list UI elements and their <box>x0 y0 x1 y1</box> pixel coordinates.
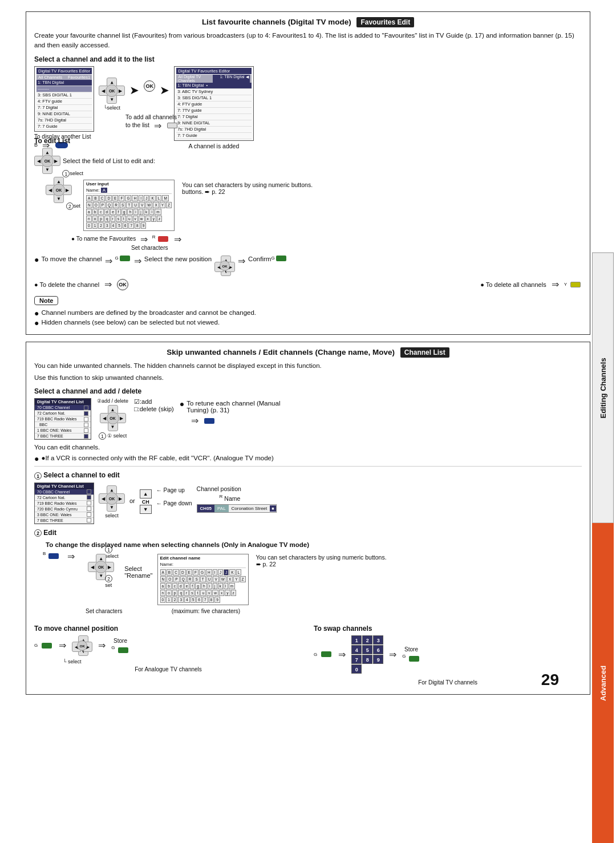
step1-row: Digital TV Channel List 70 CBBC Channel … <box>34 483 582 524</box>
dpad-name[interactable]: OK <box>46 177 72 203</box>
select-rename: Select "Rename" <box>124 565 152 579</box>
side-tab-advanced: Advanced <box>592 523 614 843</box>
fav-screen-left: Digital TV Favourites Editor All Channel… <box>34 66 94 132</box>
ok-btn-area: OK <box>144 80 155 92</box>
note-badge: Note <box>34 296 58 305</box>
ok-delete-button[interactable]: OK <box>117 279 128 290</box>
step2-section: 2 Edit To change the displayed name when… <box>34 529 582 686</box>
channel-row-2: 72 Cartoon Nat. <box>35 495 94 501</box>
ch-info-extra: ■ <box>270 505 275 512</box>
fav-row: 3: SBS DIGITAL 1 <box>37 92 92 99</box>
swap-title: To swap channels <box>314 625 582 633</box>
ch-show-title: Coronation Street <box>229 505 270 512</box>
dpad-ok[interactable]: OK <box>52 184 65 196</box>
step2-set: 2set <box>66 202 80 210</box>
green-move-btn <box>42 643 52 649</box>
select-label-move: └ select <box>63 659 302 664</box>
skip-intro-1: You can hide unwanted channels. The hidd… <box>34 361 582 371</box>
flow-arrow-2: ➤ <box>160 83 169 97</box>
yellow-btn <box>167 123 177 128</box>
fav-screen-left-header: Digital TV Favourites Editor <box>37 68 92 74</box>
store-section: Store G <box>111 638 129 654</box>
for-analogue: For Analogue TV channels <box>34 666 302 672</box>
name-label: R Name <box>220 494 277 502</box>
step2-set-2: 2set <box>105 575 114 588</box>
section-skip-title: Skip unwanted channels / Edit channels (… <box>34 348 582 356</box>
step2-btn-b: B <box>43 551 60 559</box>
add-delete-label: ②add / delete <box>97 398 128 404</box>
page-number: 29 <box>541 671 559 689</box>
dpad-ok[interactable]: OK <box>106 492 118 505</box>
blue-btn-2 <box>204 418 214 424</box>
dpad-move-pos[interactable]: OK <box>72 635 92 656</box>
dpad-edit[interactable]: OK <box>34 148 60 174</box>
dpad-ok[interactable]: OK <box>95 561 107 573</box>
set-chars-label-2: Set characters (maximum: five characters… <box>86 608 582 614</box>
edit-list-row: OK Select the field of List to edit and: <box>34 148 582 174</box>
side-tabs: Editing Channels Advanced <box>592 0 616 843</box>
note-section: Note ● Channel numbers are defined by th… <box>34 294 582 327</box>
fav-screen-right-header: Digital TV Favourites Editor <box>176 68 251 74</box>
ch-mid: PAL <box>214 505 229 512</box>
channel-row-2: 7 BBC THREE <box>35 518 94 524</box>
dpad-add-delete[interactable]: OK <box>100 405 126 431</box>
divider <box>34 466 582 467</box>
move-position-title: To move channel position <box>34 625 302 633</box>
section-skip-channels: Skip unwanted channels / Edit channels (… <box>26 342 590 695</box>
dpad-ok[interactable]: OK <box>107 412 119 424</box>
move-swap-row: To move channel position G ⇒ OK <box>34 620 582 686</box>
ok-button[interactable]: OK <box>144 80 155 92</box>
swap-store-label: Store <box>402 646 420 652</box>
numpad: 1 2 3 4 5 6 7 8 9 0 <box>351 635 383 674</box>
select-add-delete-title: Select a channel and add / delete <box>34 387 582 395</box>
channel-list-header-2: Digital TV Channel List <box>35 483 94 489</box>
green-swap-btn <box>321 651 331 657</box>
dpad-ok[interactable]: OK <box>106 84 118 97</box>
delete-channel-row: ● To delete the channel ⇒ OK ● To delete… <box>34 279 582 290</box>
fav-row: 7: 7 Guide <box>37 124 92 130</box>
keyboard-keys-5: 0123456789 <box>86 222 172 229</box>
fav-screen-right: Digital TV Favourites Editor All Digital… <box>174 66 253 141</box>
select-label-2: 1 ① select <box>97 432 128 440</box>
blue-btn-3 <box>48 553 59 559</box>
arrow-icon: ⇒ <box>154 120 161 131</box>
dpad-move[interactable]: OK <box>214 256 235 276</box>
ch-num: CH05 <box>197 505 214 512</box>
chars-by-numeric-2: You can set characters by using numeric … <box>256 554 387 568</box>
ch-info-bar: CH05 PAL Coronation Street ■ <box>197 504 277 513</box>
channel-added-label: A channel is added <box>174 143 253 149</box>
ch-up-btn[interactable]: ▲ <box>140 489 152 498</box>
dpad-ok[interactable]: OK <box>220 261 230 271</box>
select-label: └select <box>103 105 120 111</box>
flow-arrow-1: ➤ <box>129 83 139 97</box>
channel-row-2: 720 BBC Radio Cymru <box>35 506 94 512</box>
set-chars-label: Set characters <box>131 245 582 251</box>
swap-store-section: Store G <box>402 646 420 662</box>
channel-position-label: Channel position <box>197 485 277 492</box>
fav-row: 7: 7 Digital <box>37 105 92 111</box>
name-field-2: Name: <box>160 562 246 568</box>
step2-subtitle: To change the displayed name when select… <box>46 541 582 548</box>
to-edit-list-title: To edit List <box>34 137 582 145</box>
step1-section: 1 Select a channel to edit Digital TV Ch… <box>34 471 582 524</box>
select-label-text: Select <box>124 565 152 572</box>
name-field: Name: A <box>86 188 172 194</box>
channel-row: 1 BBC ONE: Wales <box>35 428 91 433</box>
fav-row: 9: NINE DIGITAL <box>37 111 92 117</box>
channel-row: 719 BBC Radio Wales <box>35 416 91 422</box>
channel-row-2: 3 BBC ONE: Wales <box>35 512 94 518</box>
set-chars-note: You can set characters by using numeric … <box>182 181 313 195</box>
naming-row: 1select OK 2set <box>46 177 582 231</box>
channel-list-header: Digital TV Channel List <box>35 399 91 405</box>
dpad-step1[interactable]: OK <box>99 485 125 512</box>
yellow-btn2 <box>570 282 581 287</box>
to-move-channel: ● To move the channel ⇒ G ⇒ Select the n… <box>34 256 582 276</box>
dpad-ok[interactable]: OK <box>77 641 87 651</box>
dpad-nav[interactable]: OK <box>99 78 125 104</box>
channel-list-badge: Channel List <box>400 347 449 358</box>
channel-row-2: 719 BBC Radio Wales <box>35 501 94 506</box>
select-step1: select <box>99 513 125 518</box>
fav-row: 1: TBN Digital <box>37 80 92 86</box>
dpad-ok[interactable]: OK <box>41 155 54 167</box>
ch-down-btn[interactable]: ▼ <box>140 505 152 514</box>
